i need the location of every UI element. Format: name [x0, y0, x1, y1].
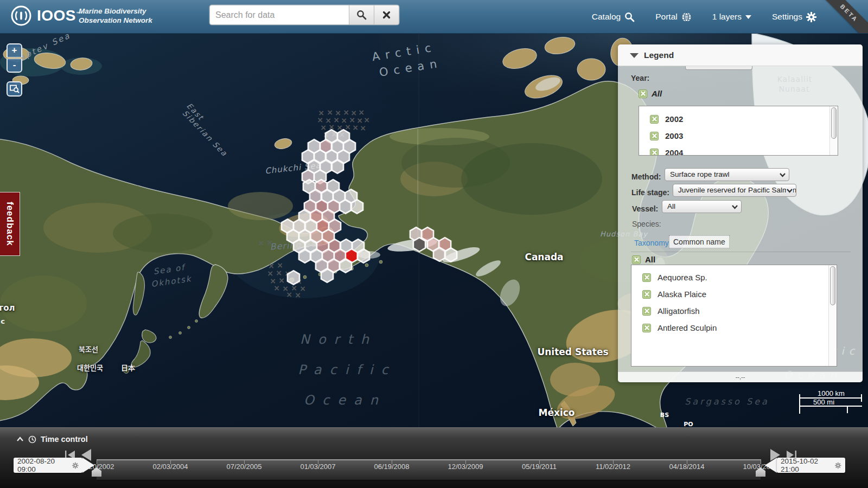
list-item[interactable]: Alaska Plaice: [642, 290, 706, 299]
zoom-extent-button[interactable]: [7, 81, 22, 97]
station-x-marker: ×: [343, 108, 349, 117]
map-scale-bar: 1000 km 500 mi: [799, 389, 863, 415]
clock-icon: [28, 435, 36, 444]
feedback-tab[interactable]: feedback: [0, 192, 20, 256]
timeline-tick-label: 01/03/2007: [300, 463, 335, 471]
station-x-marker: ×: [273, 284, 280, 292]
timeline-tick-label: 07/20/2005: [226, 463, 261, 471]
list-item[interactable]: 2002: [650, 114, 683, 124]
hexbin-cells: [282, 130, 457, 285]
list-item[interactable]: Antlered Sculpin: [642, 323, 717, 332]
search-icon: [624, 12, 635, 22]
search-clear-button[interactable]: [374, 5, 399, 25]
item-label: 2003: [665, 131, 683, 140]
time-control-bar: Time control 08/20/200202/03/200407/20/2…: [0, 427, 868, 488]
hexbin-cell[interactable]: [445, 248, 457, 262]
timeline-track[interactable]: [97, 459, 761, 480]
hexbin-cell[interactable]: [413, 237, 425, 252]
magnifier-icon: [356, 10, 367, 20]
hexbin-cell[interactable]: [433, 247, 445, 261]
app: ××××××××××××××××××××××××××××××××××××××× …: [0, 0, 868, 488]
caret-down-icon: [745, 15, 751, 19]
tab-taxonomy[interactable]: Taxonomy: [634, 239, 669, 247]
time-control-header[interactable]: Time control: [16, 435, 88, 444]
item-label: Antlered Sculpin: [658, 323, 717, 332]
species-list-scrollbar[interactable]: [828, 265, 837, 366]
brand-tagline: Marine Biodiversity Observation Network: [79, 7, 152, 25]
gear-icon[interactable]: [72, 462, 79, 469]
list-item[interactable]: 2004: [650, 148, 683, 156]
hexbin-cell[interactable]: [340, 200, 352, 214]
year-all-row[interactable]: All: [639, 89, 662, 98]
item-checkbox[interactable]: [642, 307, 651, 316]
start-tooltip-arrow: [82, 458, 94, 473]
list-item[interactable]: Alligatorfish: [642, 306, 700, 316]
species-all-checkbox[interactable]: [632, 255, 641, 264]
item-checkbox[interactable]: [642, 273, 651, 282]
year-list-scrollbar[interactable]: [829, 106, 838, 155]
scale-mi-label: 500 mi: [813, 398, 834, 406]
search-submit-button[interactable]: [349, 5, 374, 25]
legend-header[interactable]: Legend: [618, 44, 863, 66]
year-listbox[interactable]: 200220032004: [639, 106, 838, 156]
method-select[interactable]: Surface rope trawl: [665, 168, 789, 181]
year-all-label: All: [652, 89, 662, 98]
legend-panel: Legend Year: All 200220032004 Method: Su…: [618, 44, 863, 382]
zoom-in-button[interactable]: +: [7, 43, 22, 57]
time-control-title: Time control: [41, 435, 88, 444]
legend-body: Year: All 200220032004 Method: Surface r…: [618, 66, 863, 371]
nav-link-layers[interactable]: 1 layers: [712, 12, 751, 22]
vessel-select[interactable]: All: [662, 200, 742, 213]
vessel-label: Vessel:: [632, 204, 658, 213]
select-caret-icon: [779, 171, 786, 178]
station-x-marker: ×: [258, 239, 264, 247]
hexbin-cell[interactable]: [299, 249, 311, 263]
species-all-row[interactable]: All: [632, 255, 655, 264]
gear-icon[interactable]: [835, 462, 841, 469]
life-stage-label: Life stage:: [631, 188, 669, 197]
tab-common-name[interactable]: Common name: [669, 235, 730, 248]
end-date-tooltip[interactable]: 2015-10-02 21:00: [777, 458, 845, 473]
station-x-marker: ×: [266, 238, 273, 247]
list-item[interactable]: 2003: [650, 131, 683, 140]
item-checkbox[interactable]: [642, 290, 651, 299]
item-checkbox[interactable]: [650, 149, 659, 156]
nav-link-settings[interactable]: Settings: [772, 12, 816, 22]
nav-links: CatalogPortal1 layersSettings: [592, 0, 816, 34]
station-x-marker: ×: [327, 108, 333, 117]
zoom-out-button[interactable]: -: [7, 59, 22, 73]
partial-button[interactable]: [685, 66, 752, 70]
item-label: Alaska Plaice: [658, 290, 706, 299]
beta-ribbon: BETA: [815, 0, 868, 34]
item-checkbox[interactable]: [642, 324, 651, 332]
top-navbar: IOOS™ Marine Biodiversity Observation Ne…: [0, 0, 868, 34]
hexbin-cell[interactable]: [288, 271, 299, 285]
species-listbox[interactable]: Aequorea Sp.Alaska PlaiceAlligatorfishAn…: [631, 265, 837, 367]
search-input[interactable]: [209, 5, 349, 25]
select-caret-icon: [731, 203, 738, 210]
ioos-logo-icon: [10, 4, 33, 27]
station-x-marker: ×: [360, 124, 366, 132]
nav-link-label: Portal: [655, 12, 678, 22]
life-stage-select[interactable]: Juvenile reserved for Pacific Salmon: [673, 184, 796, 197]
brand[interactable]: IOOS™: [10, 4, 81, 27]
item-label: Alligatorfish: [658, 306, 700, 316]
start-date-tooltip[interactable]: 2002-08-20 09:00: [14, 458, 82, 473]
hexbin-cell[interactable]: [340, 259, 352, 273]
timeline-tick-label: 06/19/2008: [374, 463, 409, 471]
nav-link-catalog[interactable]: Catalog: [592, 12, 635, 22]
divider: [631, 252, 851, 252]
x-icon: [382, 11, 391, 19]
hexbin-cell[interactable]: [351, 200, 363, 214]
hexbin-cell[interactable]: [321, 268, 333, 282]
hexbin-cell[interactable]: [358, 249, 369, 263]
list-item[interactable]: Aequorea Sp.: [642, 273, 707, 282]
hexbin-cell[interactable]: [331, 159, 343, 174]
item-checkbox[interactable]: [650, 132, 659, 140]
nav-link-portal[interactable]: Portal: [655, 12, 692, 22]
year-all-checkbox[interactable]: [639, 89, 647, 98]
brand-name: IOOS™: [37, 7, 81, 24]
nav-link-label: Catalog: [592, 12, 621, 22]
feedback-label: feedback: [4, 202, 15, 246]
item-checkbox[interactable]: [650, 115, 659, 124]
